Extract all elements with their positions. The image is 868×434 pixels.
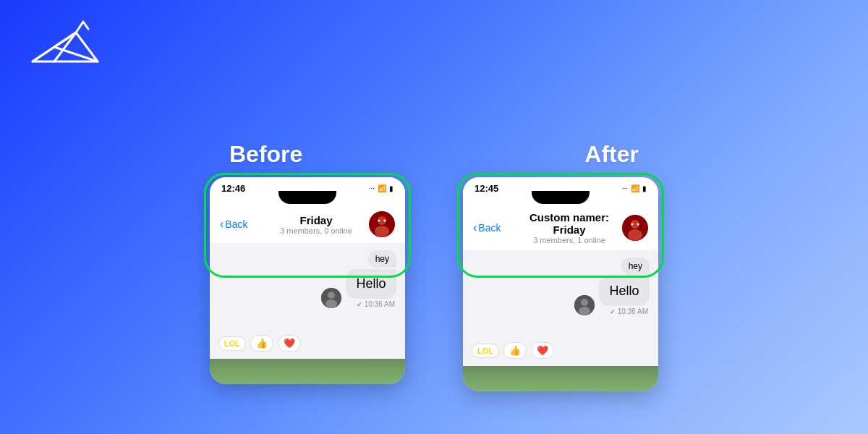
after-checkmark-icon: ✓	[610, 308, 616, 315]
after-wifi-icon: 📶	[631, 184, 639, 192]
before-chat-body: hey Hello ✓ 10:36 AM LOL 👍 ❤️	[210, 243, 405, 359]
svg-point-7	[378, 220, 380, 222]
svg-point-6	[375, 226, 389, 237]
svg-point-19	[579, 307, 590, 315]
before-bubble-small: hey	[368, 250, 396, 268]
svg-point-15	[631, 224, 634, 226]
before-chat-name: Friday	[263, 214, 369, 226]
svg-point-8	[384, 220, 386, 222]
before-msg-avatar-icon	[321, 288, 341, 308]
after-message-row: hey Hello ✓ 10:36 AM	[472, 258, 650, 315]
before-back-button[interactable]: ‹ Back	[220, 218, 263, 231]
before-reaction-thumb-icon: 👍	[250, 335, 273, 352]
before-time-value: 10:36 AM	[365, 300, 395, 308]
before-message-time: ✓ 10:36 AM	[357, 300, 396, 308]
after-message-time: ✓ 10:36 AM	[610, 307, 650, 315]
after-header-center: Custom namer: Friday 3 members, 1 online	[516, 211, 622, 244]
before-status-time: 12:46	[221, 183, 245, 194]
before-back-chevron-icon: ‹	[220, 218, 224, 231]
svg-point-18	[581, 299, 588, 306]
before-header-center: Friday 3 members, 0 online	[263, 214, 369, 235]
after-bubble-group: hey Hello ✓ 10:36 AM	[599, 258, 650, 315]
after-chat-meta: 3 members, 1 online	[516, 236, 622, 244]
after-status-icons: ··· 📶 ▮	[622, 184, 647, 192]
after-chat-footer	[463, 366, 658, 391]
before-nav-header: ‹ Back Friday 3 members, 0 online	[210, 204, 405, 243]
svg-point-16	[637, 224, 639, 226]
before-screen: 12:46 ··· 📶 ▮ ‹ Back Friday 3 m	[210, 177, 405, 384]
after-back-button[interactable]: ‹ Back	[473, 221, 516, 234]
before-status-icons: ··· 📶 ▮	[369, 184, 393, 192]
after-chat-body: hey Hello ✓ 10:36 AM LOL 👍 ❤️	[463, 250, 658, 366]
after-reactions-row: LOL 👍 ❤️	[472, 342, 554, 359]
before-reaction-lol: LOL	[218, 336, 246, 351]
before-reaction-heart-icon: ❤️	[278, 335, 301, 352]
before-checkmark-icon: ✓	[357, 301, 362, 308]
after-time-value: 10:36 AM	[618, 307, 648, 315]
svg-point-14	[628, 229, 642, 241]
after-message-avatar	[574, 295, 595, 315]
before-chat-meta: 3 members, 0 online	[263, 226, 369, 235]
wifi-icon: 📶	[378, 184, 386, 192]
after-reaction-thumb-icon: 👍	[503, 342, 527, 359]
svg-point-10	[328, 292, 335, 299]
before-message-avatar	[321, 288, 341, 308]
before-bubble-main: Hello	[346, 269, 396, 299]
before-phone: 12:46 ··· 📶 ▮ ‹ Back Friday 3 m	[210, 177, 405, 391]
after-label: After	[584, 141, 639, 168]
after-reaction-heart-icon: ❤️	[531, 342, 554, 359]
after-back-chevron-icon: ‹	[473, 221, 477, 234]
before-chat-footer	[210, 359, 405, 384]
phones-container: 12:46 ··· 📶 ▮ ‹ Back Friday 3 m	[0, 177, 868, 391]
before-bubble-group: hey Hello ✓ 10:36 AM	[346, 250, 396, 308]
svg-point-11	[326, 299, 337, 308]
after-dots-icon: ···	[622, 184, 628, 192]
svg-line-3	[54, 33, 76, 47]
after-avatar	[622, 215, 648, 241]
before-avatar	[369, 211, 395, 237]
after-nav-header: ‹ Back Custom namer: Friday 3 members, 1…	[463, 204, 658, 250]
before-label: Before	[229, 141, 302, 168]
logo-icon	[22, 14, 109, 80]
after-msg-avatar-icon	[574, 295, 595, 315]
battery-icon: ▮	[389, 184, 393, 192]
after-chat-name: Custom namer: Friday	[516, 211, 622, 236]
after-notch	[532, 191, 590, 204]
after-phone: 12:45 ··· 📶 ▮ ‹ Back Custom namer: Frida…	[463, 177, 658, 391]
after-avatar-icon	[622, 215, 648, 241]
after-screen: 12:45 ··· 📶 ▮ ‹ Back Custom namer: Frida…	[463, 177, 658, 391]
before-avatar-icon	[369, 211, 395, 237]
before-back-label: Back	[225, 218, 247, 230]
before-message-row: hey Hello ✓ 10:36 AM	[218, 250, 396, 308]
dots-icon: ···	[369, 184, 375, 192]
after-status-time: 12:45	[475, 183, 498, 194]
after-reaction-lol: LOL	[472, 344, 499, 358]
after-bubble-main: Hello	[599, 276, 650, 306]
before-reactions-row: LOL 👍 ❤️	[218, 335, 301, 352]
after-bubble-small: hey	[621, 258, 650, 275]
after-battery-icon: ▮	[642, 184, 647, 192]
before-notch	[278, 191, 336, 204]
after-back-label: Back	[478, 222, 501, 234]
